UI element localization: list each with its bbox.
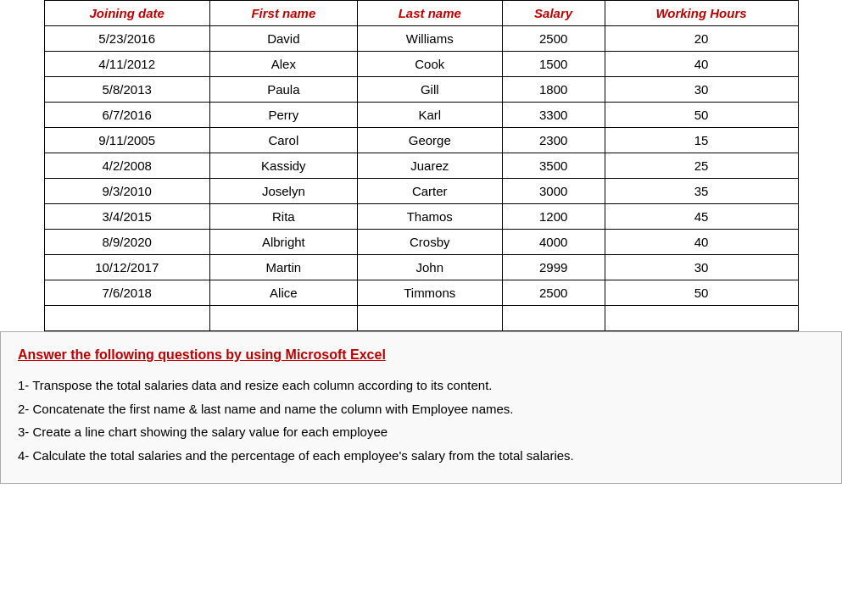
table-header-cell: First name: [209, 1, 357, 26]
table-row: 3/4/2015RitaThamos120045: [44, 204, 798, 230]
table-cell: 1200: [502, 204, 605, 230]
instruction-item: 2- Concatenate the first name & last nam…: [18, 398, 824, 420]
table-cell-empty: [605, 306, 798, 331]
table-row: 5/8/2013PaulaGill180030: [44, 77, 798, 103]
table-cell: 5/23/2016: [44, 26, 209, 52]
table-cell-empty: [357, 306, 502, 331]
table-cell: 3500: [502, 153, 605, 179]
table-row: 8/9/2020AlbrightCrosby400040: [44, 230, 798, 255]
table-cell: Kassidy: [209, 153, 357, 179]
table-header-row: Joining dateFirst nameLast nameSalaryWor…: [44, 1, 798, 26]
table-row: 6/7/2016PerryKarl330050: [44, 103, 798, 128]
table-header-cell: Working Hours: [605, 1, 798, 26]
table-cell: David: [209, 26, 357, 52]
table-row-empty: [44, 306, 798, 331]
table-cell: 4000: [502, 230, 605, 255]
table-cell: 35: [605, 179, 798, 204]
table-cell: Karl: [357, 103, 502, 128]
instruction-item: 4- Calculate the total salaries and the …: [18, 445, 824, 467]
table-cell: 4/2/2008: [44, 153, 209, 179]
table-cell: Gill: [357, 77, 502, 103]
table-row: 4/2/2008KassidyJuarez350025: [44, 153, 798, 179]
table-cell-empty: [502, 306, 605, 331]
table-cell: Carol: [209, 128, 357, 153]
table-cell: Thamos: [357, 204, 502, 230]
table-cell: Cook: [357, 52, 502, 77]
instruction-item: 1- Transpose the total salaries data and…: [18, 375, 824, 397]
table-cell: Rita: [209, 204, 357, 230]
instructions-box: Answer the following questions by using …: [0, 331, 842, 484]
table-cell: Alice: [209, 280, 357, 306]
table-cell: 3000: [502, 179, 605, 204]
table-cell: 10/12/2017: [44, 255, 209, 280]
table-cell: 5/8/2013: [44, 77, 209, 103]
table-cell: Albright: [209, 230, 357, 255]
table-cell: 3/4/2015: [44, 204, 209, 230]
table-cell-empty: [44, 306, 209, 331]
table-cell: John: [357, 255, 502, 280]
instructions-title: Answer the following questions by using …: [18, 347, 824, 363]
table-cell: Perry: [209, 103, 357, 128]
table-cell-empty: [209, 306, 357, 331]
table-cell: 50: [605, 103, 798, 128]
table-cell: 45: [605, 204, 798, 230]
instructions-list: 1- Transpose the total salaries data and…: [18, 375, 824, 466]
table-header-cell: Joining date: [44, 1, 209, 26]
table-cell: Carter: [357, 179, 502, 204]
table-cell: 1500: [502, 52, 605, 77]
table-cell: 20: [605, 26, 798, 52]
table-cell: 7/6/2018: [44, 280, 209, 306]
instruction-item: 3- Create a line chart showing the salar…: [18, 421, 824, 443]
table-row: 4/11/2012AlexCook150040: [44, 52, 798, 77]
table-cell: Crosby: [357, 230, 502, 255]
table-cell: 40: [605, 52, 798, 77]
table-cell: 2500: [502, 280, 605, 306]
table-cell: Paula: [209, 77, 357, 103]
table-cell: 25: [605, 153, 798, 179]
table-cell: 6/7/2016: [44, 103, 209, 128]
table-row: 9/3/2010JoselynCarter300035: [44, 179, 798, 204]
table-cell: 3300: [502, 103, 605, 128]
table-cell: 2999: [502, 255, 605, 280]
table-cell: 9/11/2005: [44, 128, 209, 153]
table-cell: George: [357, 128, 502, 153]
table-cell: 50: [605, 280, 798, 306]
table-row: 9/11/2005CarolGeorge230015: [44, 128, 798, 153]
table-cell: Martin: [209, 255, 357, 280]
table-cell: 9/3/2010: [44, 179, 209, 204]
table-row: 10/12/2017MartinJohn299930: [44, 255, 798, 280]
table-cell: 2500: [502, 26, 605, 52]
table-cell: 30: [605, 255, 798, 280]
table-cell: 15: [605, 128, 798, 153]
table-wrapper: Joining dateFirst nameLast nameSalaryWor…: [0, 0, 842, 331]
table-cell: Alex: [209, 52, 357, 77]
data-table: Joining dateFirst nameLast nameSalaryWor…: [44, 0, 799, 331]
table-cell: 1800: [502, 77, 605, 103]
table-cell: 40: [605, 230, 798, 255]
table-row: 7/6/2018AliceTimmons250050: [44, 280, 798, 306]
table-header-cell: Salary: [502, 1, 605, 26]
table-cell: 8/9/2020: [44, 230, 209, 255]
table-cell: 30: [605, 77, 798, 103]
table-cell: Timmons: [357, 280, 502, 306]
table-cell: 2300: [502, 128, 605, 153]
table-cell: Joselyn: [209, 179, 357, 204]
table-header-cell: Last name: [357, 1, 502, 26]
table-row: 5/23/2016DavidWilliams250020: [44, 26, 798, 52]
table-cell: 4/11/2012: [44, 52, 209, 77]
table-cell: Williams: [357, 26, 502, 52]
table-cell: Juarez: [357, 153, 502, 179]
